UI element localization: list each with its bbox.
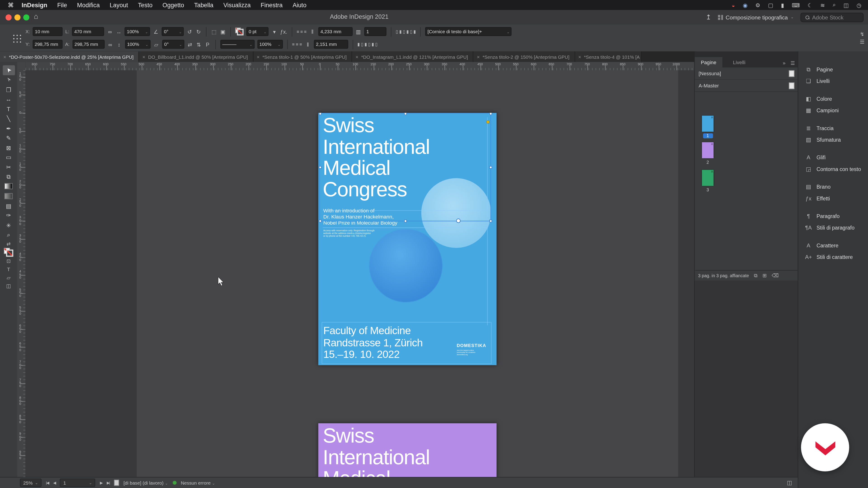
document-tab[interactable]: ×*DO-Poster-50x70-Selezione.indd @ 25% […: [0, 52, 139, 62]
menu-file[interactable]: File: [57, 2, 67, 8]
type-tool[interactable]: T: [2, 104, 15, 113]
note-tool[interactable]: ▤: [2, 201, 15, 210]
gutter-field[interactable]: 4,233 mm: [318, 27, 352, 36]
previous-page-button[interactable]: ◀: [53, 481, 56, 485]
scale-x-field[interactable]: 100%⌄: [125, 27, 150, 36]
close-tab-icon[interactable]: ×: [477, 54, 480, 59]
do-not-disturb-icon[interactable]: ☾: [808, 2, 813, 8]
width-field[interactable]: 470 mm: [72, 27, 104, 36]
shear-field[interactable]: 0°⌄: [162, 40, 184, 48]
panel-paragrafo[interactable]: ¶Paragrafo: [798, 210, 868, 222]
battery-icon[interactable]: ▮: [781, 2, 784, 8]
apply-none-icon[interactable]: ▱: [2, 273, 15, 282]
constrain-dimensions-icon[interactable]: ∞: [107, 29, 113, 35]
document-tab[interactable]: ×*Senza titolo-2 @ 150% [Anteprima GPU]: [473, 52, 575, 62]
menu-oggetto[interactable]: Oggetto: [162, 2, 184, 8]
panel-campioni[interactable]: ▦Campioni: [798, 105, 868, 116]
menu-modifica[interactable]: Modifica: [77, 2, 100, 8]
inset-field[interactable]: 2,151 mm: [314, 40, 348, 48]
delete-page-icon[interactable]: ⌫: [772, 273, 779, 278]
poster-circle-dark[interactable]: [369, 229, 442, 302]
eyedropper-tool[interactable]: ✑: [2, 210, 15, 220]
menu-indesign[interactable]: InDesign: [22, 2, 48, 8]
selection-frame[interactable]: [319, 113, 491, 221]
stroke-weight-field[interactable]: 0 pt⌄: [246, 27, 269, 36]
ruler-origin-corner[interactable]: [17, 62, 26, 71]
horizontal-ruler[interactable]: 8007507006506005505004504003503002502001…: [26, 62, 694, 71]
share-icon[interactable]: ↥: [706, 13, 711, 21]
selection-handle[interactable]: [319, 166, 322, 169]
panel-glifi[interactable]: AGlifi: [798, 152, 868, 163]
selection-tool[interactable]: ➤: [2, 65, 15, 75]
page-number-2[interactable]: 2: [702, 160, 713, 165]
minimize-window-button[interactable]: [14, 14, 21, 21]
selection-handle[interactable]: [489, 113, 492, 115]
gradient-feather-tool[interactable]: [2, 191, 15, 201]
scale-y-field[interactable]: 100%⌄: [125, 40, 150, 48]
home-icon[interactable]: ⌂: [34, 12, 38, 21]
selection-handle[interactable]: [404, 220, 407, 222]
selection-handle[interactable]: [489, 220, 492, 222]
quick-apply-icon[interactable]: ↯: [859, 31, 865, 37]
panel-pagine[interactable]: ⧉Pagine: [798, 64, 868, 75]
next-page-button[interactable]: ▶: [100, 481, 102, 485]
document-tab[interactable]: ×*Senza titolo-4 @ 101% [A: [575, 52, 642, 62]
object-style-dropdown[interactable]: [Cornice di testo di base]+⌄: [425, 27, 512, 36]
control-panel-menu-icon[interactable]: ☰: [859, 39, 865, 45]
panel-stili-di-paragrafo[interactable]: ¶AStili di paragrafo: [798, 222, 868, 233]
page-2[interactable]: SwissInternationalMedical: [318, 423, 497, 477]
master-none-row[interactable]: [Nessuna]: [694, 68, 798, 80]
panel-brano[interactable]: ▤Brano: [798, 181, 868, 193]
split-view-icon[interactable]: ◫: [787, 480, 792, 486]
panel-livelli[interactable]: ❏Livelli: [798, 75, 868, 87]
selection-handle[interactable]: [319, 220, 322, 222]
workspace-switcher[interactable]: Composizione tipografica ⌄: [718, 14, 794, 20]
page-1[interactable]: SwissInternationalMedicalCongress With a…: [318, 113, 497, 365]
page-number-select[interactable]: 1⌄: [60, 479, 96, 487]
panel-contorna-con-testo[interactable]: ◲Contorna con testo: [798, 163, 868, 175]
panel-effetti[interactable]: ƒxEffetti: [798, 193, 868, 204]
direct-selection-tool[interactable]: ➢: [2, 75, 15, 85]
reference-point-proxy[interactable]: [11, 33, 21, 43]
document-tab[interactable]: ×*DO_Instagram_L1.indd @ 121% [Anteprima…: [352, 52, 473, 62]
gap-tool[interactable]: ↔: [2, 94, 15, 104]
close-tab-icon[interactable]: ×: [355, 54, 359, 59]
opacity-field[interactable]: 100%⌄: [257, 40, 283, 48]
close-window-button[interactable]: [5, 14, 11, 21]
page-thumbnail-1[interactable]: A: [702, 116, 713, 132]
document-canvas[interactable]: SwissInternationalMedicalCongress With a…: [26, 70, 694, 477]
selection-handle[interactable]: [319, 113, 322, 115]
pencil-tool[interactable]: ✎: [2, 133, 15, 143]
page-thumbnail-3[interactable]: A: [702, 170, 713, 186]
page-tool[interactable]: ❐: [2, 85, 15, 94]
preflight-errors[interactable]: Nessun errore ⌄: [181, 480, 215, 485]
rectangle-tool[interactable]: ▭: [2, 153, 15, 162]
close-tab-icon[interactable]: ×: [578, 54, 581, 59]
display-icon[interactable]: ▢: [768, 2, 773, 8]
view-mode-icon[interactable]: ◫: [2, 282, 15, 290]
gradient-swatch-tool[interactable]: [2, 182, 15, 191]
align-objects-icons[interactable]: ▯▮▯▮▯▮: [396, 29, 416, 34]
poster-title[interactable]: SwissInternationalMedical: [323, 425, 430, 477]
close-tab-icon[interactable]: ×: [3, 54, 6, 59]
pen-tool[interactable]: ✒: [2, 123, 15, 133]
constrain-scale-icon[interactable]: ∞: [107, 41, 113, 47]
selection-handle[interactable]: [489, 166, 492, 169]
panel-colore[interactable]: ◧Colore: [798, 93, 868, 104]
columns-field[interactable]: 1: [364, 27, 386, 36]
effects-icon[interactable]: ƒx.: [280, 29, 287, 35]
stroke-weight-stepper[interactable]: ▾: [271, 29, 277, 35]
select-container-icon[interactable]: ⬚: [211, 29, 217, 35]
panel-traccia[interactable]: ≣Traccia: [798, 122, 868, 134]
tab-livelli[interactable]: Livelli: [727, 57, 752, 68]
line-tool[interactable]: ╲: [2, 113, 15, 123]
close-tab-icon[interactable]: ×: [143, 54, 145, 59]
creative-cloud-icon[interactable]: ◒: [732, 2, 735, 8]
distribute-objects-icons[interactable]: ▮▯▮▯▮▯: [358, 42, 377, 47]
select-content-icon[interactable]: ▣: [220, 29, 226, 35]
menu-visualizza[interactable]: Visualizza: [223, 2, 251, 8]
edit-page-size-icon[interactable]: ⧉: [754, 272, 757, 279]
frame-align-icons[interactable]: ≡≡≡: [292, 42, 302, 47]
close-tab-icon[interactable]: ×: [257, 54, 260, 59]
flip-vertical-icon[interactable]: ⇅: [196, 41, 202, 47]
